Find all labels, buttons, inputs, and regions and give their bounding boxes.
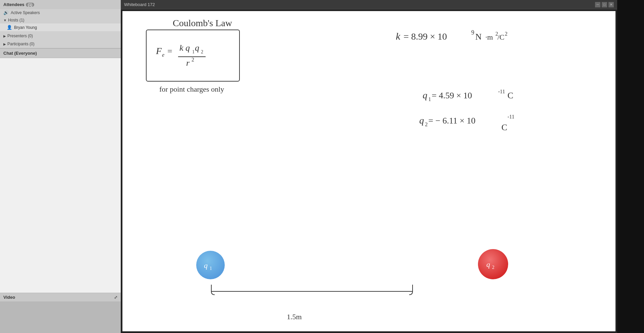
chat-title: Chat <box>3 51 13 56</box>
user-icon: 👤 <box>7 25 12 30</box>
chat-messages-area[interactable] <box>0 58 121 293</box>
svg-text:k q: k q <box>179 43 190 53</box>
attendees-header: Attendees (1) <box>0 0 121 9</box>
svg-text:r: r <box>186 58 190 68</box>
hosts-header[interactable]: ▼ Hosts (1) <box>0 17 121 23</box>
svg-text:2: 2 <box>492 265 494 270</box>
hosts-group: ▼ Hosts (1) 👤 Bryan Young <box>0 16 121 32</box>
active-speakers-label: Active Speakers <box>11 10 40 15</box>
svg-text:2: 2 <box>192 57 194 62</box>
participants-group: ▶ Participants (0) <box>0 40 121 48</box>
svg-text:2: 2 <box>505 31 507 37</box>
close-button[interactable]: ✕ <box>608 2 614 7</box>
svg-text:q: q <box>419 115 424 126</box>
k-constant: k = 8.99 × 10 9 N ·m 2 /C 2 <box>394 25 508 49</box>
chat-header: Chat (Everyone) <box>0 48 121 58</box>
window-controls: ─ □ ✕ <box>595 2 614 7</box>
svg-text:·m: ·m <box>485 33 493 41</box>
k-constant-svg: k = 8.99 × 10 9 N ·m 2 /C 2 <box>394 25 508 48</box>
svg-text:9: 9 <box>471 29 474 36</box>
svg-text:q: q <box>486 260 490 269</box>
svg-text:=: = <box>167 46 172 56</box>
brace-svg <box>208 283 416 303</box>
participants-header[interactable]: ▶ Participants (0) <box>0 41 121 47</box>
brace-container <box>208 283 416 304</box>
svg-text:F: F <box>156 46 162 56</box>
attendees-section: Attendees (1) 🔊 Active Speakers ▼ Hosts … <box>0 0 121 48</box>
svg-text:= 8.99 × 10: = 8.99 × 10 <box>404 31 447 42</box>
presenters-header[interactable]: ▶ Presenters (0) <box>0 33 121 39</box>
left-panel: Attendees (1) 🔊 Active Speakers ▼ Hosts … <box>0 0 121 333</box>
q2-circle: q 2 <box>478 249 508 279</box>
svg-text:-11: -11 <box>507 114 515 120</box>
svg-text:= 4.59 × 10: = 4.59 × 10 <box>432 91 472 100</box>
q2-circle-label-svg: q 2 <box>485 257 501 271</box>
whiteboard-title: Whiteboard 172 <box>124 2 155 7</box>
q2-value-svg: q 2 = − 6.11 × 10 -11 C <box>418 110 545 137</box>
svg-text:1: 1 <box>192 49 195 54</box>
video-header: Video ⤢ <box>0 293 121 301</box>
speaker-icon: 🔊 <box>3 10 9 15</box>
hosts-label: Hosts (1) <box>8 18 24 22</box>
svg-text:N: N <box>475 32 482 42</box>
coulombs-law-title: Coulomb's Law <box>173 18 232 29</box>
distance-label: 1.5m <box>287 313 302 321</box>
q1-value-svg: q 1 = 4.59 × 10 -11 C <box>421 85 535 105</box>
attendees-title: Attendees <box>3 2 24 7</box>
main-content: Whiteboard 172 ─ □ ✕ Coulomb's Law F e =… <box>121 0 617 333</box>
title-bar: Whiteboard 172 ─ □ ✕ <box>121 0 617 9</box>
host-item-bryan: 👤 Bryan Young <box>0 23 121 31</box>
svg-text:q: q <box>204 261 208 270</box>
svg-text:C: C <box>507 91 513 100</box>
formula-svg: F e = k q 1 q 2 r 2 <box>153 34 233 78</box>
svg-text:k: k <box>396 31 400 42</box>
q1-value: q 1 = 4.59 × 10 -11 C <box>421 85 535 106</box>
chat-section: Chat (Everyone) <box>0 48 121 293</box>
svg-text:2: 2 <box>201 49 203 54</box>
point-charges-text: for point charges only <box>159 85 224 94</box>
svg-text:1: 1 <box>210 266 212 271</box>
expand-video-icon[interactable]: ⤢ <box>114 295 117 300</box>
active-speakers-row[interactable]: 🔊 Active Speakers <box>0 9 121 16</box>
q1-circle: q 1 <box>196 251 225 279</box>
svg-text:q: q <box>423 90 427 100</box>
formula-box: F e = k q 1 q 2 r 2 <box>146 30 240 82</box>
svg-text:/C: /C <box>497 33 504 41</box>
svg-text:1: 1 <box>428 96 431 102</box>
video-title: Video <box>3 295 15 300</box>
participants-arrow-icon: ▶ <box>3 42 6 46</box>
restore-button[interactable]: □ <box>602 2 607 7</box>
participants-label: Participants (0) <box>7 42 35 46</box>
svg-text:-11: -11 <box>498 89 505 94</box>
q1-circle-label-svg: q 1 <box>202 258 219 272</box>
attendees-count: (1) <box>26 3 34 7</box>
presenters-arrow-icon: ▶ <box>3 34 6 38</box>
video-content-area <box>0 301 121 333</box>
minimize-button[interactable]: ─ <box>595 2 600 7</box>
svg-text:2: 2 <box>425 122 428 127</box>
video-section: Video ⤢ <box>0 293 121 333</box>
presenters-label: Presenters (0) <box>7 34 33 38</box>
chat-audience: (Everyone) <box>14 51 37 56</box>
whiteboard-area[interactable]: Coulomb's Law F e = k q 1 q 2 r 2 <box>122 11 615 331</box>
svg-text:= − 6.11 × 10: = − 6.11 × 10 <box>428 116 476 126</box>
q2-value: q 2 = − 6.11 × 10 -11 C <box>418 110 545 138</box>
right-strip <box>617 0 644 333</box>
presenters-group: ▶ Presenters (0) <box>0 32 121 40</box>
svg-text:q: q <box>195 43 199 53</box>
host-name: Bryan Young <box>14 25 37 30</box>
hosts-arrow-icon: ▼ <box>3 18 7 22</box>
svg-text:e: e <box>162 52 164 58</box>
svg-text:C: C <box>501 123 507 132</box>
